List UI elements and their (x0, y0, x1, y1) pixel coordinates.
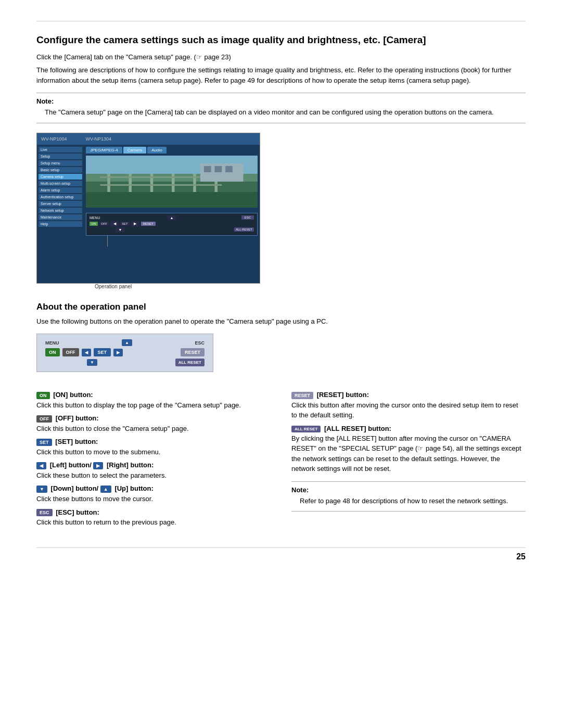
desc-esc-text: Click this button to return to the previ… (36, 517, 271, 528)
op-up-btn[interactable]: ▲ (122, 339, 132, 346)
cam-connector-line (107, 235, 108, 247)
desc-off-text: Click this button to close the "Camera s… (36, 424, 271, 434)
op-left-btn[interactable]: ◀ (82, 349, 91, 356)
op-on-btn[interactable]: ON (45, 348, 60, 356)
op-set-btn[interactable]: SET (94, 348, 111, 356)
svg-rect-7 (193, 171, 196, 192)
op-panel-display: MENU ▲ ESC ON OFF ◀ SET ▶ RESET ▼ ALL RE… (36, 334, 213, 372)
desc-allreset-button: ALL RESET [ALL RESET] button: By clickin… (291, 425, 526, 474)
cam-op-right[interactable] (131, 221, 139, 226)
desc-reset-btn-inline: RESET (291, 392, 313, 399)
desc-on-text: Click this button to display the top pag… (36, 400, 271, 411)
cam-op-panel-small: MENU ESC ON OFF SET RESET (86, 213, 258, 236)
op-allreset-btn[interactable]: ALL RESET (175, 359, 205, 366)
desc-leftright-button: ◀ [Left] button/ ▶ [Right] button: Click… (36, 461, 271, 480)
svg-rect-13 (204, 166, 211, 172)
desc-on-btn-inline: ON (36, 392, 50, 399)
desc-off-btn-inline: OFF (36, 415, 52, 423)
desc-set-btn-inline: SET (36, 439, 52, 446)
cam-sidebar-network[interactable]: Network setup (39, 208, 82, 213)
desc-leftright-label: [Left] button/ (50, 461, 92, 469)
op-down-btn[interactable]: ▼ (87, 359, 97, 366)
desc-off-label: [OFF] button: (56, 414, 99, 422)
cam-sidebar-setupmenu[interactable]: Setup menu (39, 160, 82, 166)
top-rule (36, 21, 526, 21)
cam-op-esc[interactable]: ESC (241, 215, 254, 220)
cam-sidebar-setup[interactable]: Setup (39, 154, 82, 159)
cam-op-off[interactable]: OFF (99, 222, 109, 226)
cam-op-menu-label: MENU (90, 216, 102, 220)
op-reset-btn[interactable]: RESET (181, 348, 205, 356)
desc-right-label: [Right] button: (107, 461, 154, 469)
cam-sidebar-server[interactable]: Server setup (39, 201, 82, 207)
desc-leftright-text: Click these button to select the paramet… (36, 470, 271, 481)
desc-columns: ON [ON] button: Click this button to dis… (36, 391, 526, 531)
cam-sidebar-maint[interactable]: Maintenance (39, 214, 82, 220)
cam-sidebar: Live Setup Setup menu Basic setup Camera… (37, 145, 84, 283)
intro-text-2: The following are descriptions of how to… (36, 65, 526, 85)
cam-sidebar-alarm[interactable]: Alarm setup (39, 187, 82, 193)
op-right-btn[interactable]: ▶ (113, 349, 123, 356)
cam-tabs: JPEG/MPEG-4 Camera Audio (86, 147, 258, 154)
desc-downup-text: Click these buttons to move the cursor. (36, 494, 271, 504)
desc-reset-text: Click this button after moving the curso… (291, 400, 526, 420)
op-panel-row-3: ▼ ALL RESET (45, 359, 205, 366)
svg-rect-10 (100, 184, 222, 186)
note-text: The "Camera setup" page on the [Camera] … (36, 107, 526, 118)
svg-rect-3 (107, 171, 110, 192)
bottom-note-text: Refer to page 48 for descriptions of how… (291, 496, 526, 506)
op-panel-row-2: ON OFF ◀ SET ▶ RESET (45, 348, 205, 356)
cam-op-on[interactable]: ON (90, 222, 98, 226)
page-number: 25 (36, 547, 526, 561)
op-esc-label: ESC (195, 340, 205, 346)
desc-downup-button: ▼ [Down] button/ ▲ [Up] button: Click th… (36, 484, 271, 504)
cam-op-left[interactable] (110, 221, 119, 226)
cam-sidebar-camerasetup[interactable]: Camera setup (39, 174, 82, 180)
desc-esc-btn-inline: ESC (36, 509, 53, 516)
cam-sidebar-live[interactable]: Live (39, 147, 82, 152)
cam-main: JPEG/MPEG-4 Camera Audio (84, 145, 260, 283)
desc-set-label: [SET] button: (55, 438, 98, 445)
cam-tab-audio[interactable]: Audio (147, 147, 166, 154)
cam-body: Live Setup Setup menu Basic setup Camera… (37, 145, 260, 283)
svg-rect-4 (129, 171, 132, 192)
desc-downup-label: [Down] button/ (51, 484, 99, 492)
cam-op-reset[interactable]: RESET (141, 222, 156, 226)
cam-op-allreset[interactable]: ALL RESET (234, 227, 254, 232)
page-title: Configure the camera settings such as im… (36, 34, 526, 47)
bottom-note-title: Note: (291, 486, 526, 494)
svg-rect-5 (150, 171, 154, 192)
desc-allreset-btn-inline: ALL RESET (291, 426, 321, 432)
cam-sidebar-help[interactable]: Help (39, 221, 82, 227)
desc-reset-button: RESET [RESET] button: Click this button … (291, 391, 526, 420)
cam-op-down[interactable] (116, 227, 124, 232)
desc-allreset-text: By clicking the [ALL RESET] button after… (291, 433, 526, 474)
desc-up-label: [Up] button: (114, 484, 153, 492)
op-off-btn[interactable]: OFF (62, 348, 79, 356)
desc-off-button: OFF [OFF] button: Click this button to c… (36, 414, 271, 433)
desc-down-btn-inline: ▼ (36, 486, 47, 493)
op-menu-label: MENU (45, 340, 59, 346)
desc-esc-button: ESC [ESC] button: Click this button to r… (36, 508, 271, 528)
desc-on-label: [ON] button: (53, 391, 93, 399)
svg-rect-2 (86, 192, 258, 208)
cam-op-up[interactable] (168, 215, 176, 220)
cam-tab-camera[interactable]: Camera (123, 147, 146, 154)
cam-sidebar-multiscreen[interactable]: Multi-screen setup (39, 181, 82, 186)
desc-esc-label: [ESC] button: (56, 508, 99, 516)
desc-col-left: ON [ON] button: Click this button to dis… (36, 391, 271, 531)
camera-screenshot-wrapper: WV-NP1004 WV-NP1304 Live Setup Setup men… (36, 133, 526, 289)
desc-right-btn-inline: ▶ (93, 462, 103, 469)
desc-set-button: SET [SET] button: Click this button to m… (36, 438, 271, 457)
cam-header: WV-NP1004 WV-NP1304 (37, 133, 260, 145)
bottom-note-box: Note: Refer to page 48 for descriptions … (291, 481, 526, 512)
cam-op-set[interactable]: SET (120, 222, 130, 226)
cam-sidebar-basicsetup[interactable]: Basic setup (39, 167, 82, 173)
desc-reset-label: [RESET] button: (317, 391, 369, 399)
note-title: Note: (36, 97, 526, 105)
cam-tab-jpeg[interactable]: JPEG/MPEG-4 (86, 147, 122, 154)
cam-sidebar-auth[interactable]: Authentication setup (39, 194, 82, 200)
camera-screenshot: WV-NP1004 WV-NP1304 Live Setup Setup men… (36, 133, 260, 284)
desc-allreset-label: [ALL RESET] button: (324, 425, 391, 432)
desc-left-btn-inline: ◀ (36, 462, 46, 469)
